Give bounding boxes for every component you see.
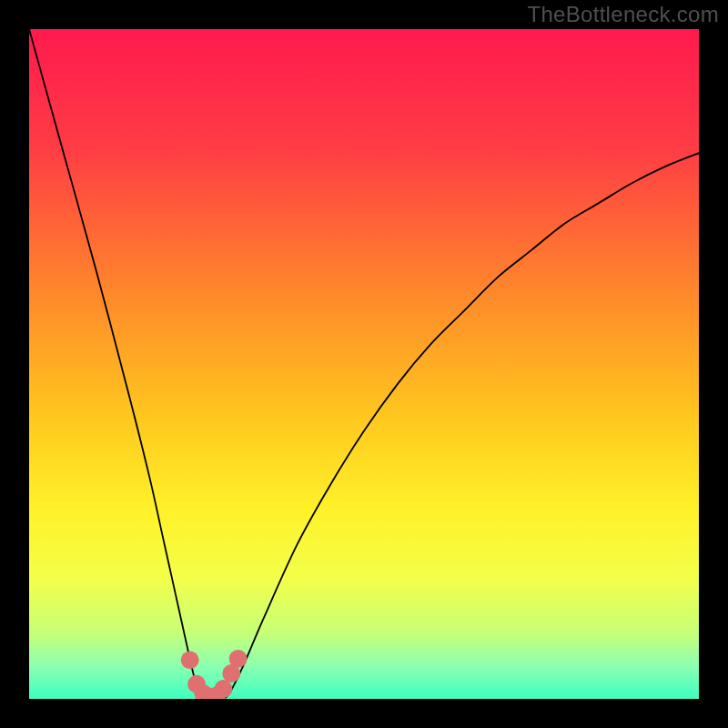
data-marker [215,680,233,698]
data-marker [229,650,248,668]
plot-area [29,29,699,699]
chart-svg [29,29,699,699]
watermark-text: TheBottleneck.com [527,2,719,27]
data-marker [181,651,199,669]
gradient-background [29,29,699,699]
chart-container: TheBottleneck.com [0,0,728,728]
